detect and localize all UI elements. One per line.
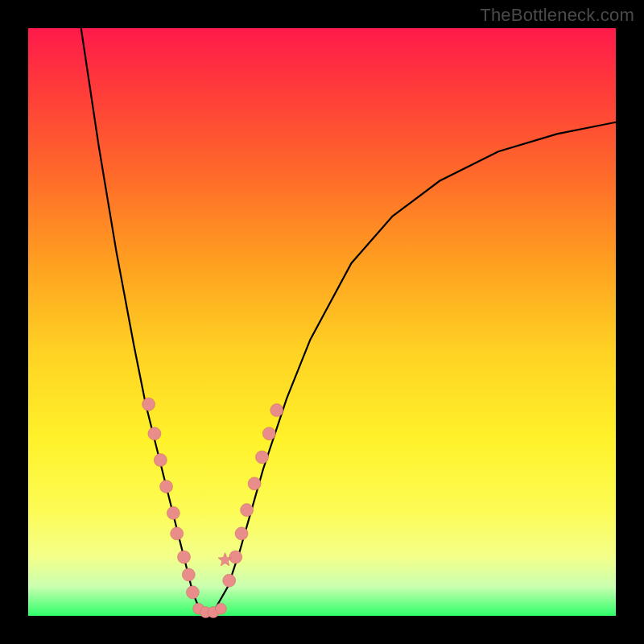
data-dot (182, 568, 195, 581)
data-dot (270, 404, 283, 417)
data-dot (186, 586, 199, 599)
data-dot (215, 603, 226, 614)
watermark-label: TheBottleneck.com (480, 5, 634, 26)
data-dot (229, 551, 242, 564)
data-dot (178, 551, 191, 564)
data-dot (256, 451, 269, 464)
data-dot (142, 398, 155, 411)
v-curve (81, 28, 616, 616)
data-dot (167, 506, 180, 519)
plot-area (28, 28, 616, 616)
data-dot (148, 427, 161, 440)
data-dots (142, 398, 283, 617)
data-dot (235, 527, 248, 540)
data-dot (248, 477, 261, 490)
data-dot (223, 574, 236, 587)
data-dot (171, 527, 184, 540)
data-dot (160, 480, 173, 493)
data-dot (262, 427, 275, 440)
chart-frame: TheBottleneck.com (0, 0, 644, 644)
chart-svg (28, 28, 616, 616)
data-dot (241, 504, 254, 517)
data-dot (154, 454, 167, 467)
